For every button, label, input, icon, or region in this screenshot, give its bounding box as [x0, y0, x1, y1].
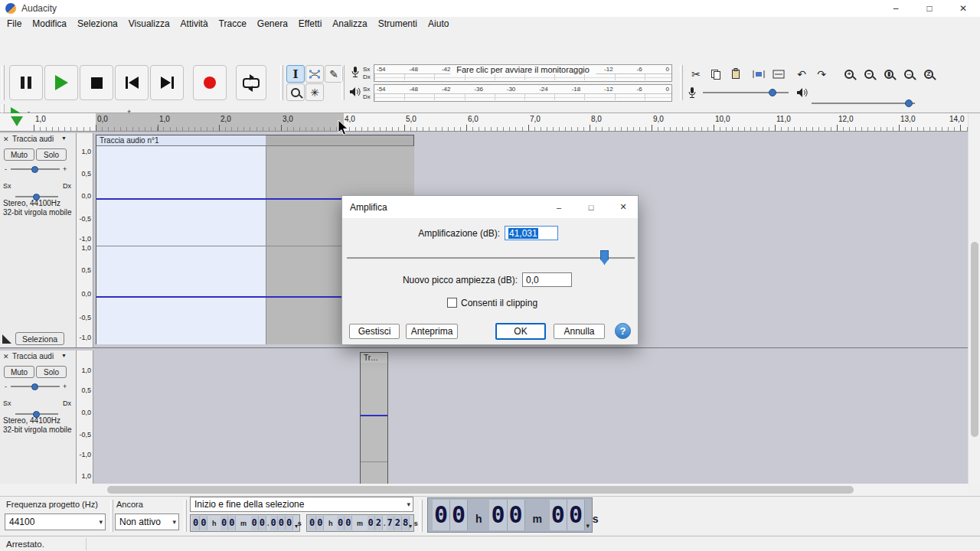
vertical-scrollbar[interactable] — [968, 113, 980, 484]
loop-button[interactable] — [236, 65, 266, 100]
track2-menu-caret-icon[interactable]: ▼ — [61, 353, 67, 358]
amplification-slider-thumb[interactable] — [600, 250, 609, 265]
track1-select-button[interactable]: Seleziona — [15, 332, 64, 345]
track1-menu-caret-icon[interactable]: ▼ — [61, 135, 67, 141]
track1-gain-thumb[interactable] — [31, 166, 38, 173]
pause-button[interactable] — [9, 65, 43, 100]
track2-audio-clip[interactable]: Tr… — [360, 352, 388, 484]
copy-button[interactable] — [706, 65, 726, 83]
track1-close-icon[interactable]: ✕ — [3, 135, 9, 143]
track1-solo-button[interactable]: Solo — [36, 148, 67, 161]
vertical-scrollbar-thumb[interactable] — [971, 242, 978, 437]
menu-attivita[interactable]: Attività — [175, 17, 214, 31]
zoom-selection-button[interactable]: ▮ — [879, 65, 899, 83]
track2-clip-body[interactable] — [361, 363, 387, 484]
menu-effetti[interactable]: Effetti — [293, 17, 327, 31]
selection-tool-button[interactable]: I — [286, 65, 305, 83]
track1-collapse-icon[interactable] — [2, 334, 11, 344]
selection-range-mode-select[interactable]: Inizio e fine della selezione▾ — [190, 497, 413, 512]
record-button[interactable] — [193, 65, 227, 100]
preview-button[interactable]: Anteprima — [406, 324, 458, 339]
playback-volume-thumb[interactable] — [905, 99, 913, 107]
menu-modifica[interactable]: Modifica — [27, 17, 72, 31]
track2-close-icon[interactable]: ✕ — [3, 353, 9, 360]
track1-gain-slider[interactable] — [11, 164, 60, 174]
help-button[interactable]: ? — [615, 323, 631, 339]
menu-analizza[interactable]: Analizza — [327, 17, 372, 31]
cancel-button[interactable]: Annulla — [554, 324, 605, 339]
manage-button[interactable]: Gestisci — [349, 324, 400, 339]
track2-name[interactable]: Traccia audi — [12, 352, 54, 360]
record-volume-slider[interactable] — [703, 87, 789, 98]
undo-button[interactable]: ↶ — [792, 65, 812, 83]
pinned-playhead-icon[interactable] — [11, 116, 23, 126]
multi-tool-button[interactable]: ✳ — [305, 83, 324, 101]
audio-track-2[interactable]: ✕ Traccia audi ▼ Muto Solo - + Sx Dx Ste… — [0, 350, 968, 484]
transport-grip[interactable] — [2, 65, 5, 100]
edit-grip[interactable] — [680, 65, 683, 100]
zoom-in-button[interactable]: + — [839, 65, 859, 83]
menu-visualizza[interactable]: Visualizza — [123, 17, 175, 31]
playback-volume-slider[interactable] — [812, 98, 915, 109]
track1-clip-title[interactable]: Traccia audio n°1 — [96, 135, 413, 146]
maximize-button[interactable]: □ — [913, 0, 946, 17]
tools-grip[interactable] — [280, 65, 283, 100]
amplification-slider-track[interactable] — [347, 257, 635, 259]
selection-start-time[interactable]: 00 h 00 m 00.000 s ▾ — [190, 514, 300, 532]
cut-button[interactable]: ✂ — [686, 65, 706, 83]
close-button[interactable]: ✕ — [946, 0, 980, 17]
redo-button[interactable]: ↷ — [812, 65, 831, 83]
audio-position-time[interactable]: 00 h 00 m 00 s ▾ — [427, 497, 593, 533]
track2-gain-slider[interactable] — [11, 381, 60, 392]
play-button[interactable] — [44, 65, 78, 100]
zoom-fit-button[interactable]: ↔ — [899, 65, 919, 83]
menu-seleziona[interactable]: Seleziona — [72, 17, 123, 31]
track1-name[interactable]: Traccia audi — [12, 135, 54, 143]
dialog-close-button[interactable]: ✕ — [607, 196, 639, 218]
selection-end-time[interactable]: 00 h 00 m 02.728 s ▾ — [306, 514, 414, 532]
dialog-minimize-button[interactable]: – — [543, 196, 575, 218]
horizontal-scrollbar-thumb[interactable] — [107, 486, 854, 494]
recording-meter[interactable]: -54-48-42-36-30-24-18-12-60 Fare clic pe… — [374, 64, 672, 82]
zoom-toggle-button[interactable]: Z — [919, 65, 939, 83]
selbar-grip-2[interactable] — [184, 500, 187, 532]
record-volume-thumb[interactable] — [769, 89, 776, 96]
track2-gain-plus-label: + — [63, 381, 67, 392]
menu-genera[interactable]: Genera — [252, 17, 293, 31]
menu-tracce[interactable]: Tracce — [214, 17, 252, 31]
title-bar: Audacity – □ ✕ — [0, 0, 980, 17]
track2-solo-button[interactable]: Solo — [36, 366, 67, 378]
amplification-input[interactable]: 41,031 — [505, 226, 558, 240]
zoom-out-button[interactable]: − — [859, 65, 879, 83]
allow-clipping-checkbox[interactable] — [447, 298, 457, 308]
draw-tool-button[interactable]: ✎ — [325, 65, 343, 83]
track2-clip-title[interactable]: Tr… — [361, 353, 387, 364]
skip-to-start-button[interactable] — [115, 65, 149, 100]
playback-meter[interactable]: -54-48-42-36-30-24-18-12-60 — [374, 84, 672, 102]
menu-file[interactable]: File — [2, 17, 27, 31]
selbar-grip-1[interactable] — [110, 500, 113, 532]
menu-strumenti[interactable]: Strumenti — [373, 17, 423, 31]
silence-audio-button[interactable] — [769, 65, 789, 83]
minimize-button[interactable]: – — [879, 0, 913, 17]
track2-gain-thumb[interactable] — [31, 383, 38, 390]
menu-aiuto[interactable]: Aiuto — [423, 17, 454, 31]
ok-button[interactable]: OK — [495, 323, 546, 340]
project-rate-select[interactable]: 44100▾ — [5, 514, 106, 530]
horizontal-scrollbar[interactable] — [0, 484, 968, 496]
snap-select[interactable]: Non attivo▾ — [115, 514, 179, 530]
meter-grip[interactable] — [341, 65, 345, 100]
amplify-dialog-titlebar[interactable]: Amplifica – □ ✕ — [342, 196, 638, 218]
new-peak-input[interactable]: 0,0 — [522, 272, 572, 287]
paste-button[interactable] — [726, 65, 746, 83]
stop-button[interactable] — [80, 65, 113, 100]
timeline-ruler[interactable]: 1,0 0,0 1,0 2,0 3,0 4,0 5,0 6,0 7,0 8,0 … — [0, 113, 968, 132]
zoom-tool-button[interactable] — [286, 83, 305, 101]
skip-to-end-button[interactable] — [150, 65, 184, 100]
track2-mute-button[interactable]: Muto — [4, 366, 34, 378]
track1-mute-button[interactable]: Muto — [4, 148, 34, 161]
envelope-tool-button[interactable] — [305, 65, 324, 83]
dialog-maximize-button[interactable]: □ — [575, 196, 607, 218]
trim-audio-button[interactable] — [749, 65, 769, 83]
selbar-grip-3[interactable] — [420, 500, 423, 532]
